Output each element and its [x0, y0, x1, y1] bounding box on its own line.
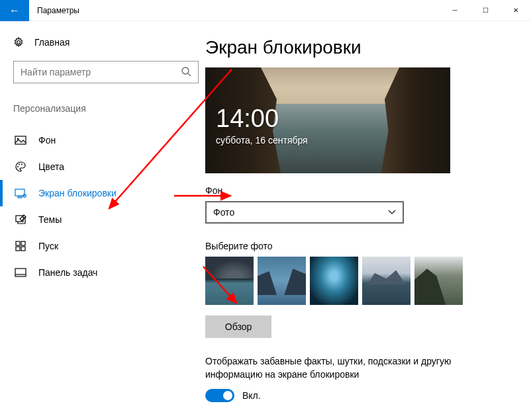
preview-date: суббота, 16 сентября — [216, 135, 308, 146]
gear-icon — [13, 37, 24, 48]
dropdown-value: Фото — [213, 207, 234, 218]
photo-thumb-5[interactable] — [414, 257, 463, 305]
svg-point-4 — [17, 166, 19, 167]
nav-item-background[interactable]: Фон — [13, 127, 192, 153]
lock-screen-icon — [15, 187, 26, 199]
background-label: Фон — [205, 185, 531, 196]
palette-icon — [15, 161, 26, 173]
home-link[interactable]: Главная — [13, 37, 192, 48]
preview-time: 14:00 — [216, 105, 279, 133]
chevron-down-icon — [388, 208, 396, 217]
picture-icon — [15, 134, 26, 146]
photo-thumbnails — [205, 257, 531, 305]
nav-item-themes[interactable]: Темы — [13, 206, 192, 233]
back-button[interactable]: ← — [0, 0, 29, 21]
sidebar: Главная Персонализация Фон Цвета Э — [0, 21, 205, 420]
maximize-icon: ☐ — [483, 7, 489, 14]
window-title: Параметры — [29, 6, 440, 15]
taskbar-icon — [15, 267, 26, 278]
choose-photo-label: Выберите фото — [205, 241, 531, 251]
svg-rect-14 — [21, 247, 25, 251]
nav-label: Цвета — [38, 161, 64, 172]
nav-item-taskbar[interactable]: Панель задач — [13, 259, 192, 286]
arrow-left-icon: ← — [9, 5, 20, 17]
photo-thumb-4[interactable] — [362, 257, 410, 305]
nav-label: Темы — [38, 214, 62, 225]
photo-thumb-2[interactable] — [258, 257, 306, 305]
browse-label: Обзор — [225, 321, 252, 332]
title-bar: ← Параметры ─ ☐ ✕ — [0, 0, 531, 21]
svg-point-6 — [21, 164, 23, 165]
maximize-button[interactable]: ☐ — [470, 0, 501, 21]
photo-thumb-3[interactable] — [310, 257, 358, 305]
nav-label: Панель задач — [38, 267, 97, 278]
svg-point-5 — [19, 164, 20, 165]
lock-screen-preview: 14:00 суббота, 16 сентября — [205, 67, 450, 173]
page-title: Экран блокировки — [205, 37, 531, 58]
fun-facts-toggle[interactable] — [205, 389, 234, 402]
start-icon — [15, 240, 26, 252]
background-dropdown[interactable]: Фото — [205, 201, 404, 224]
search-box[interactable] — [13, 61, 199, 83]
close-icon: ✕ — [513, 7, 518, 14]
nav-item-colors[interactable]: Цвета — [13, 153, 192, 180]
window-controls: ─ ☐ ✕ — [440, 0, 531, 21]
svg-rect-15 — [15, 269, 26, 276]
svg-rect-11 — [16, 241, 20, 245]
svg-point-0 — [182, 67, 189, 74]
svg-rect-2 — [15, 136, 26, 144]
minimize-icon: ─ — [452, 7, 457, 14]
nav-item-lock-screen[interactable]: Экран блокировки — [13, 180, 192, 206]
nav-label: Фон — [38, 135, 56, 146]
toggle-state-label: Вкл. — [242, 390, 261, 401]
main-content: Экран блокировки 14:00 суббота, 16 сентя… — [205, 21, 531, 420]
nav-label: Пуск — [38, 241, 58, 251]
svg-line-1 — [188, 73, 191, 76]
nav-label: Экран блокировки — [38, 188, 117, 198]
fun-facts-description: Отображать забавные факты, шутки, подска… — [205, 355, 470, 381]
search-input[interactable] — [21, 67, 181, 77]
search-icon — [181, 66, 191, 79]
home-label: Главная — [34, 37, 70, 48]
browse-button[interactable]: Обзор — [205, 315, 271, 338]
group-label: Персонализация — [13, 103, 192, 114]
close-button[interactable]: ✕ — [501, 0, 531, 21]
svg-rect-8 — [18, 196, 22, 198]
photo-thumb-1[interactable] — [205, 257, 254, 305]
themes-icon — [15, 214, 26, 226]
fun-facts-toggle-row: Вкл. — [205, 389, 531, 402]
nav-item-start[interactable]: Пуск — [13, 233, 192, 259]
svg-rect-13 — [16, 247, 20, 251]
svg-rect-12 — [21, 241, 25, 245]
minimize-button[interactable]: ─ — [440, 0, 470, 21]
